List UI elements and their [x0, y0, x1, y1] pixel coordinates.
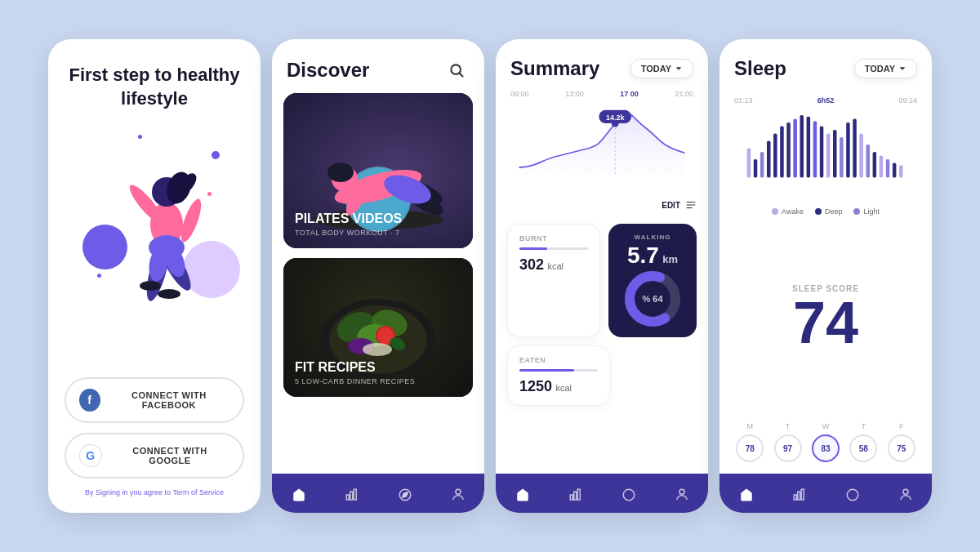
sleep-nav-charts[interactable] — [788, 483, 811, 506]
svg-rect-77 — [893, 163, 897, 178]
svg-rect-74 — [873, 152, 877, 178]
time-label-3: 17 00 — [620, 90, 639, 98]
sleep-nav-compass[interactable] — [841, 483, 864, 506]
svg-rect-55 — [747, 149, 751, 178]
pilates-subtitle: TOTAL BODY WORKOUT · 7 — [295, 229, 402, 237]
walking-label: WALKING — [635, 234, 671, 241]
eaten-bar — [519, 369, 598, 372]
sleep-chart-svg — [734, 108, 917, 181]
svg-rect-73 — [866, 145, 871, 178]
sleep-day-fri: F 75 — [888, 422, 915, 462]
facebook-label: CONNECT WITH FACEBOOK — [109, 390, 229, 410]
sum-nav-profile[interactable] — [670, 483, 693, 506]
day-label-fri: F — [899, 422, 904, 430]
google-button[interactable]: G CONNECT WITH GOOGLE — [65, 433, 244, 479]
summary-today-badge[interactable]: TODAY — [630, 59, 693, 78]
svg-point-82 — [847, 489, 858, 501]
legend-deep: Deep — [815, 207, 843, 216]
svg-rect-52 — [577, 489, 580, 500]
pilates-card[interactable]: PILATES VIDEOS TOTAL BODY WORKOUT · 7 — [283, 93, 473, 248]
svg-rect-76 — [886, 159, 890, 178]
walking-unit: km — [662, 253, 678, 265]
sleep-bottom-nav — [719, 474, 932, 513]
svg-rect-58 — [767, 141, 771, 178]
walking-percent: % 64 — [642, 294, 662, 304]
eaten-card: EATEN 1250 kcal — [507, 345, 610, 406]
sum-nav-compass[interactable] — [617, 483, 640, 506]
day-label-wed: W — [822, 422, 830, 430]
edit-label[interactable]: EDIT — [662, 201, 680, 210]
day-circle-thu[interactable]: 58 — [849, 434, 877, 462]
walking-value: 5.7 — [627, 243, 659, 268]
day-label-thu: T — [862, 422, 866, 430]
recipes-card[interactable]: FIT RECIPES 5 LOW-CARB DINNER RECIPES — [283, 258, 473, 397]
discover-screen: Discover — [272, 39, 484, 513]
svg-point-12 — [140, 281, 161, 291]
svg-rect-66 — [820, 127, 824, 178]
day-circle-mon[interactable]: 78 — [736, 434, 764, 462]
legend-light: Light — [853, 207, 880, 216]
terms-link[interactable]: Term of Service — [172, 488, 224, 496]
pilates-bg: PILATES VIDEOS TOTAL BODY WORKOUT · 7 — [283, 93, 473, 248]
sleep-score-value: 74 — [793, 293, 858, 352]
nav-compass[interactable] — [394, 483, 416, 506]
svg-text:14.2k: 14.2k — [606, 114, 626, 122]
burnt-card: BURNT 302 kcal — [507, 224, 600, 337]
svg-rect-70 — [846, 122, 850, 178]
summary-bottom-nav — [496, 474, 708, 513]
discover-header: Discover — [272, 39, 484, 93]
svg-rect-67 — [826, 134, 831, 178]
stats-row-2: EATEN 1250 kcal — [507, 345, 697, 406]
walking-donut: % 64 — [624, 270, 681, 327]
svg-rect-56 — [754, 159, 758, 178]
sleep-score-area: SLEEP SCORE 74 — [719, 220, 932, 416]
eaten-unit: kcal — [556, 383, 572, 393]
light-label: Light — [863, 207, 880, 216]
sleep-day-tue: T 97 — [774, 422, 802, 462]
svg-rect-57 — [760, 152, 764, 178]
light-dot — [853, 208, 860, 215]
sleep-nav-profile[interactable] — [894, 483, 917, 506]
nav-charts[interactable] — [341, 483, 363, 506]
svg-rect-69 — [840, 137, 844, 178]
day-circle-wed[interactable]: 83 — [812, 434, 840, 462]
sleep-screen: Sleep TODAY 01:13 6h52 09:24 — [719, 39, 932, 513]
nav-profile[interactable] — [447, 483, 470, 506]
google-icon: G — [79, 444, 102, 467]
edit-icon[interactable] — [685, 199, 697, 211]
svg-rect-50 — [570, 495, 572, 500]
recipes-bg: FIT RECIPES 5 LOW-CARB DINNER RECIPES — [283, 258, 473, 397]
facebook-button[interactable]: f CONNECT WITH FACEBOOK — [65, 377, 244, 423]
search-button[interactable] — [443, 57, 470, 83]
sum-nav-home[interactable] — [511, 483, 534, 506]
svg-rect-35 — [346, 495, 349, 500]
recipes-title: FIT RECIPES — [295, 360, 415, 375]
svg-rect-51 — [573, 492, 576, 500]
sum-nav-charts[interactable] — [564, 483, 587, 506]
sleep-days: M 78 T 97 W 83 T 58 F 75 — [719, 416, 932, 474]
edit-row: EDIT — [496, 196, 708, 214]
sleep-title: Sleep — [734, 57, 786, 80]
svg-point-54 — [679, 489, 684, 494]
svg-rect-59 — [773, 134, 777, 178]
discover-bottom-nav — [272, 474, 484, 513]
google-label: CONNECT WITH GOOGLE — [110, 446, 229, 465]
svg-rect-37 — [354, 489, 356, 500]
deep-dot — [815, 208, 822, 215]
burnt-bar-fill — [519, 247, 547, 250]
burnt-unit: kcal — [548, 261, 564, 271]
nav-home[interactable] — [287, 483, 310, 506]
day-circle-tue[interactable]: 97 — [774, 434, 802, 462]
terms-label: By Signing in you agree to — [85, 488, 171, 496]
day-label-mon: M — [746, 422, 753, 430]
pilates-title: PILATES VIDEOS — [295, 211, 402, 226]
summary-stats: BURNT 302 kcal WALKING 5.7 km — [496, 214, 708, 474]
awake-dot — [772, 208, 778, 215]
day-circle-fri[interactable]: 75 — [888, 434, 915, 462]
login-illustration — [73, 127, 236, 306]
svg-point-40 — [456, 489, 461, 494]
sleep-today-badge[interactable]: TODAY — [854, 59, 917, 78]
fitness-figure — [73, 127, 236, 306]
sleep-nav-home[interactable] — [735, 483, 758, 506]
awake-label: Awake — [782, 207, 804, 216]
